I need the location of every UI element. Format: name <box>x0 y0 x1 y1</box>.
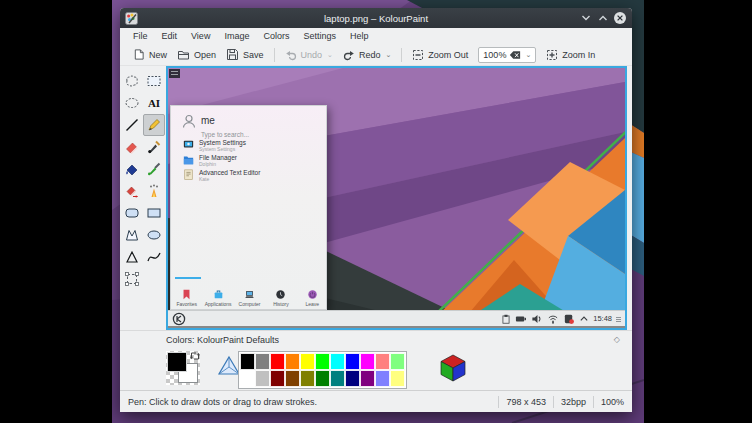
launcher-tab-history[interactable]: History <box>265 289 296 307</box>
new-document-icon <box>133 48 145 61</box>
zoom-out-icon <box>412 49 424 61</box>
launcher-tab-leave[interactable]: Leave <box>297 289 328 307</box>
statusbar: Pen: Click to draw dots or drag to draw … <box>120 390 632 412</box>
palette-color-1-10[interactable] <box>390 370 405 387</box>
close-button[interactable] <box>612 10 628 26</box>
palette-color-0-2[interactable] <box>270 353 285 370</box>
tool-spraycan[interactable] <box>143 180 165 202</box>
menu-settings[interactable]: Settings <box>296 28 343 44</box>
palette-color-0-4[interactable] <box>300 353 315 370</box>
free-form-selection-icon <box>124 73 140 89</box>
palette-color-0-3[interactable] <box>285 353 300 370</box>
menu-view[interactable]: View <box>184 28 217 44</box>
zoom-in-button[interactable]: Zoom In <box>541 47 600 63</box>
maximize-button[interactable] <box>595 10 611 26</box>
colors-dock: Colors: KolourPaint Defaults ◇ <box>120 330 632 390</box>
connected-lines-icon <box>124 249 140 265</box>
canvas-scrollview[interactable]: me Type to search... System SettingsSyst… <box>166 66 627 330</box>
tool-text[interactable]: AI <box>143 92 165 114</box>
tool-color-eraser[interactable] <box>121 180 143 202</box>
palette-color-1-5[interactable] <box>315 370 330 387</box>
tool-rounded-rectangle[interactable] <box>121 202 143 224</box>
palette-color-1-3[interactable] <box>285 370 300 387</box>
launcher-tab-favorites[interactable]: Favorites <box>171 289 202 307</box>
swap-colors-icon[interactable] <box>190 351 200 361</box>
open-button[interactable]: Open <box>172 46 221 63</box>
menu-colors[interactable]: Colors <box>256 28 296 44</box>
color-swatch-box[interactable] <box>166 351 200 385</box>
palette-color-0-8[interactable] <box>360 353 375 370</box>
chevron-down-icon[interactable]: ⌄ <box>525 51 531 59</box>
titlebar[interactable]: laptop.png – KolourPaint <box>120 8 632 28</box>
launcher-app-advanced-text-editor[interactable]: Advanced Text EditorKate <box>183 169 260 182</box>
palette-color-1-1[interactable] <box>255 370 270 387</box>
minimize-button[interactable] <box>578 10 594 26</box>
applications-icon <box>213 289 224 300</box>
tool-zoom[interactable] <box>121 268 143 290</box>
palette-color-0-10[interactable] <box>390 353 405 370</box>
bookmark-icon <box>181 289 192 300</box>
palette-color-0-1[interactable] <box>255 353 270 370</box>
save-button[interactable]: Save <box>221 46 269 63</box>
kolourpaint-window: laptop.png – KolourPaint File Edit View … <box>120 8 632 412</box>
app-title: System Settings <box>199 139 246 146</box>
pen-icon <box>146 117 162 133</box>
eraser-icon <box>124 139 140 155</box>
tool-brush[interactable] <box>143 136 165 158</box>
tool-ellipse-selection[interactable] <box>121 92 143 114</box>
tool-ellipse[interactable] <box>143 224 165 246</box>
tool-eraser[interactable] <box>121 136 143 158</box>
zoom-level-combobox[interactable]: 100% ⌄ <box>478 47 536 63</box>
color-similarity-cube-icon[interactable] <box>438 353 468 383</box>
undo-button[interactable]: Undo ⌄ <box>280 47 338 63</box>
tool-curve[interactable] <box>143 246 165 268</box>
tool-line[interactable] <box>121 114 143 136</box>
canvas-image[interactable]: me Type to search... System SettingsSyst… <box>168 68 625 328</box>
tool-color-picker[interactable] <box>143 158 165 180</box>
launcher-tab-computer[interactable]: Computer <box>234 289 265 307</box>
palette-color-0-5[interactable] <box>315 353 330 370</box>
dock-float-icon[interactable]: ◇ <box>614 335 620 344</box>
palette-color-1-6[interactable] <box>330 370 345 387</box>
launcher-app-file-manager[interactable]: File ManagerDolphin <box>183 154 237 167</box>
palette-color-1-8[interactable] <box>360 370 375 387</box>
menu-edit[interactable]: Edit <box>155 28 185 44</box>
redo-button[interactable]: Redo ⌄ <box>338 47 396 63</box>
menu-image[interactable]: Image <box>217 28 256 44</box>
menu-file[interactable]: File <box>126 28 155 44</box>
window-title: laptop.png – KolourPaint <box>120 13 632 24</box>
tool-rect-selection[interactable] <box>143 70 165 92</box>
undo-dropdown-icon[interactable]: ⌄ <box>327 51 333 59</box>
launcher-search-input[interactable]: Type to search... <box>201 131 249 138</box>
palette-color-1-7[interactable] <box>345 370 360 387</box>
polygon-icon <box>124 227 140 243</box>
tool-polygon[interactable] <box>121 224 143 246</box>
palette-color-0-7[interactable] <box>345 353 360 370</box>
palette-color-0-0[interactable] <box>240 353 255 370</box>
palette-color-1-9[interactable] <box>375 370 390 387</box>
launcher-tab-applications[interactable]: Applications <box>202 289 233 307</box>
launcher-app-system-settings[interactable]: System SettingsSystem Settings <box>183 139 246 152</box>
menu-help[interactable]: Help <box>343 28 376 44</box>
tool-pen[interactable] <box>143 114 165 136</box>
tool-flood-fill[interactable] <box>121 158 143 180</box>
palette-color-0-6[interactable] <box>330 353 345 370</box>
palette-color-1-2[interactable] <box>270 370 285 387</box>
main-toolbar: New Open Save Undo ⌄ <box>120 44 632 66</box>
panel-handle-icon <box>616 316 621 322</box>
palette-color-0-9[interactable] <box>375 353 390 370</box>
undo-label: Undo <box>301 50 323 60</box>
battery-icon <box>515 313 527 325</box>
zoom-out-button[interactable]: Zoom Out <box>407 47 473 63</box>
tab-label: Favorites <box>176 301 197 307</box>
tool-connected-lines[interactable] <box>121 246 143 268</box>
redo-dropdown-icon[interactable]: ⌄ <box>385 51 391 59</box>
palette-color-1-4[interactable] <box>300 370 315 387</box>
foreground-color-swatch[interactable] <box>167 352 187 372</box>
new-button[interactable]: New <box>128 46 172 63</box>
tool-rectangle[interactable] <box>143 202 165 224</box>
tool-free-form-selection[interactable] <box>121 70 143 92</box>
palette-color-1-0[interactable] <box>240 370 255 387</box>
clear-text-icon[interactable] <box>509 50 521 60</box>
spraycan-icon <box>146 183 162 199</box>
